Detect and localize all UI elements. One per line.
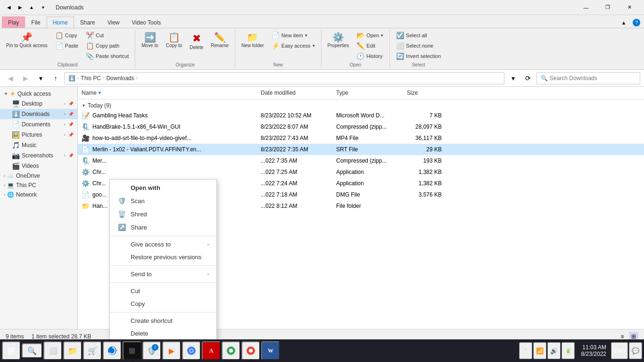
taskbar-explorer[interactable]: 📁 [63, 341, 82, 360]
ctx-restore-versions[interactable]: Restore previous versions [110, 251, 216, 263]
taskview-button[interactable]: ⬜ [43, 341, 62, 360]
up-button[interactable]: ↑ [49, 72, 62, 85]
col-header-size[interactable]: Size [403, 89, 446, 97]
start-button[interactable]: ⊞ [2, 341, 21, 360]
ctx-cut[interactable]: Cut [110, 285, 216, 297]
tab-play[interactable]: Play [2, 16, 25, 28]
properties-button[interactable]: ⚙️ Properties [324, 30, 353, 50]
sidebar-item-downloads[interactable]: ⬇️ Downloads › 📌 [0, 109, 77, 119]
taskbar-terminal[interactable]: ⬛ [123, 341, 141, 360]
back-button[interactable]: ◀ [4, 72, 17, 85]
ctx-give-access[interactable]: Give access to › [110, 238, 216, 251]
rename-button[interactable]: ✏️ Rename [207, 30, 232, 50]
tray-network[interactable]: 📶 [533, 342, 546, 359]
tab-file[interactable]: File [25, 16, 46, 28]
breadcrumb-thispc[interactable]: This PC [81, 75, 101, 82]
file-row[interactable]: 📝 Gambling Head Tasks 8/23/2022 10:52 AM… [78, 110, 644, 121]
select-none-button[interactable]: ⬜ Select none [393, 41, 444, 51]
qa-customize-button[interactable]: ▾ [38, 2, 48, 13]
col-header-name[interactable]: Name ▼ [78, 89, 257, 97]
taskbar-access[interactable]: A [202, 341, 221, 360]
search-input[interactable] [550, 75, 636, 82]
copy-path-button[interactable]: 📋 Copy path [83, 41, 132, 51]
tab-home[interactable]: Home [47, 16, 74, 28]
taskbar-lang[interactable]: ENG [611, 342, 628, 359]
notification-button[interactable]: 💬 [629, 342, 642, 359]
ctx-open-with[interactable]: Open with [110, 181, 216, 194]
taskbar-mcafee[interactable]: 🛡️ 7 [142, 341, 161, 360]
address-box[interactable]: ⬇️ › This PC › Downloads › [64, 72, 504, 84]
sidebar-item-desktop[interactable]: 🖥️ Desktop › 📌 [0, 99, 77, 109]
dropdown-button[interactable]: ▾ [506, 72, 520, 85]
tab-view[interactable]: View [101, 16, 126, 28]
sidebar-item-videos[interactable]: 🎬 Videos [0, 161, 77, 171]
taskbar-chrome1[interactable] [182, 341, 201, 360]
taskbar-search-button[interactable]: 🔍 [22, 343, 42, 358]
col-header-type[interactable]: Type [332, 89, 403, 97]
copy-button[interactable]: 📋 Copy [52, 30, 82, 41]
cut-button[interactable]: ✂️ Cut [83, 30, 132, 41]
edit-button[interactable]: ✏️ Edit [353, 41, 387, 51]
recent-locations-button[interactable]: ▾ [34, 72, 47, 85]
help-button[interactable]: ? [633, 19, 640, 26]
file-row[interactable]: 🎥 how-to-add-srt-file-to-mp4-video-givef… [78, 132, 644, 144]
ribbon-collapse-button[interactable]: ▲ [619, 17, 629, 28]
qa-forward-button[interactable]: ▶ [15, 2, 25, 13]
new-folder-button[interactable]: 📁 New folder [238, 30, 267, 50]
taskbar-edge[interactable] [103, 341, 122, 360]
ctx-share[interactable]: ↗️ Share [110, 221, 216, 234]
taskbar-chrome3[interactable] [241, 341, 260, 360]
ctx-scan[interactable]: 🛡️ Scan [110, 194, 216, 207]
open-button[interactable]: 📂 Open ▾ [353, 30, 387, 41]
pin-to-quick-access-button[interactable]: 📌 Pin to Quick access [3, 30, 51, 51]
ctx-delete[interactable]: Delete [110, 327, 216, 340]
taskbar-chrome2[interactable] [222, 341, 240, 360]
quick-access-header[interactable]: ▼ ★ Quick access [0, 89, 77, 99]
ctx-shred[interactable]: 🗑️ Shred [110, 207, 216, 221]
history-button[interactable]: 🕐 History [353, 51, 387, 61]
select-all-button[interactable]: ☑️ Select all [393, 30, 444, 41]
tab-share[interactable]: Share [74, 16, 101, 28]
onedrive-header[interactable]: › ☁️ OneDrive [0, 171, 77, 181]
taskbar-vlc[interactable]: ▶ [162, 341, 181, 360]
paste-button[interactable]: 📄 Paste [52, 41, 82, 51]
move-to-button[interactable]: ➡️ Move to [138, 30, 162, 50]
network-header[interactable]: › 🌐 Network [0, 190, 77, 199]
tray-volume[interactable]: 🔊 [547, 342, 561, 359]
ctx-copy[interactable]: Copy [110, 297, 216, 310]
thispc-header[interactable]: › 💻 This PC [0, 181, 77, 190]
file-row-selected[interactable]: 📄 Merlin - 1x02 - Valiant.PDTV.AFFiNiTY.… [78, 144, 644, 155]
breadcrumb-downloads[interactable]: Downloads [106, 75, 134, 82]
taskbar-store[interactable]: 🛒 [83, 341, 102, 360]
sidebar-item-pictures[interactable]: 🖼️ Pictures › 📌 [0, 130, 77, 140]
maximize-button[interactable]: ❐ [597, 0, 619, 15]
close-button[interactable]: ✕ [619, 0, 640, 15]
col-header-date[interactable]: Date modified [257, 89, 332, 97]
new-item-button[interactable]: 📄 New item ▾ [268, 30, 318, 41]
file-row[interactable]: ⚙️ Chr... ...022 7:25 AM Application 1,3… [78, 166, 644, 178]
easy-access-button[interactable]: ⚡ Easy access ▾ [268, 41, 318, 51]
ctx-send-to[interactable]: Send to › [110, 268, 216, 280]
sidebar-item-screenshots[interactable]: 📷 Screenshots › 📌 [0, 150, 77, 161]
file-row[interactable]: 🗜️ HandBrake-1.5.1-x86_64-Win_GUI 8/23/2… [78, 121, 644, 132]
ctx-create-shortcut[interactable]: Create shortcut [110, 314, 216, 327]
taskbar-word[interactable]: W [261, 341, 280, 360]
tab-videotools[interactable]: Video Tools [126, 16, 167, 28]
search-box[interactable]: 🔍 [537, 72, 640, 84]
minimize-button[interactable]: — [575, 0, 597, 15]
forward-button[interactable]: ▶ [19, 72, 32, 85]
taskbar-clock[interactable]: 11:03 AM 8/23/2022 [578, 344, 610, 357]
copy-to-button[interactable]: 📋 Copy to [163, 30, 185, 50]
file-row[interactable]: 🗜️ Mer... ...022 7:35 AM Compressed (zip… [78, 155, 644, 166]
today-group-header[interactable]: ▼ Today (9) [78, 99, 644, 110]
tray-expand[interactable]: ⌃ [519, 342, 532, 359]
refresh-button[interactable]: ⟳ [521, 72, 535, 85]
invert-selection-button[interactable]: 🔄 Invert selection [393, 51, 444, 61]
qa-up-button[interactable]: ▲ [26, 2, 37, 13]
delete-button[interactable]: ✖ Delete [186, 30, 206, 52]
sidebar-item-documents[interactable]: 📄 Documents › 📌 [0, 119, 77, 130]
tray-battery[interactable]: 🔋 [561, 342, 575, 359]
paste-shortcut-button[interactable]: 📎 Paste shortcut [83, 51, 132, 61]
qa-back-button[interactable]: ◀ [4, 2, 14, 13]
sidebar-item-music[interactable]: 🎵 Music [0, 140, 77, 150]
